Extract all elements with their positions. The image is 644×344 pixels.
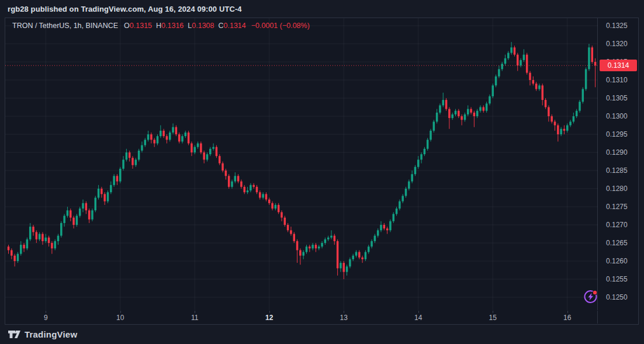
symbol-title[interactable]: TRON / TetherUS, 1h, BINANCE — [12, 22, 118, 30]
price-axis-label: 0.1295 — [606, 130, 628, 139]
time-axis-tick — [493, 311, 493, 313]
time-axis-tick — [195, 311, 195, 313]
time-axis-label: 16 — [563, 314, 571, 322]
price-axis-label: 0.1325 — [606, 21, 628, 30]
time-axis-label: 10 — [116, 314, 124, 322]
time-axis-label: 11 — [191, 314, 198, 322]
lightning-icon[interactable] — [583, 289, 599, 305]
time-axis-tick — [418, 311, 419, 313]
ohlc-item-l: L0.1308 — [188, 22, 214, 30]
price-axis-label: 0.1305 — [606, 93, 628, 103]
attribution-text: rgb28 published on TradingView.com, Aug … — [8, 5, 242, 13]
price-axis-label: 0.1310 — [606, 75, 628, 85]
ohlc-item-c: C0.1314 — [219, 22, 246, 30]
time-axis-tick — [46, 311, 46, 313]
price-axis-label: 0.1270 — [606, 220, 628, 230]
tradingview-published-chart: rgb28 published on TradingView.com, Aug … — [0, 0, 644, 344]
change-value: −0.0001 (−0.08%) — [251, 22, 310, 30]
time-axis-label: 9 — [44, 314, 48, 322]
time-axis-label: 15 — [489, 314, 497, 322]
ohlc-item-h: H0.1316 — [156, 22, 183, 30]
chart-plot-area[interactable]: TRON / TetherUS, 1h, BINANCE O0.1315H0.1… — [5, 18, 598, 310]
price-axis-label: 0.1250 — [606, 293, 628, 302]
time-axis-label: 13 — [340, 314, 348, 322]
chart-widget: TRON / TetherUS, 1h, BINANCE O0.1315H0.1… — [5, 18, 639, 325]
tradingview-logo-text: TradingView — [25, 329, 77, 339]
time-axis-tick — [344, 311, 344, 313]
price-axis-label: 0.1275 — [606, 202, 628, 211]
axis-corner — [598, 311, 638, 324]
ohlc-values: O0.1315H0.1316L0.1308C0.1314 — [124, 22, 250, 30]
time-axis-label: 12 — [265, 314, 273, 322]
price-axis-label: 0.1300 — [606, 112, 628, 121]
price-axis-label: 0.1255 — [606, 274, 628, 284]
price-axis-label: 0.1260 — [606, 256, 628, 266]
price-axis-label: 0.1280 — [606, 184, 628, 193]
time-axis-tick — [120, 311, 121, 313]
ohlc-item-o: O0.1315 — [124, 22, 152, 30]
price-axis[interactable]: 0.1314 0.13250.13200.13150.13100.13050.1… — [598, 18, 638, 310]
lightning-bolt-glyph — [588, 293, 593, 300]
time-axis[interactable]: 910111213141516 — [5, 311, 598, 324]
footer-bar: TradingView — [0, 325, 644, 344]
tradingview-mark-icon — [8, 330, 20, 339]
price-axis-label: 0.1290 — [606, 148, 628, 157]
price-axis-label: 0.1320 — [606, 39, 628, 48]
price-axis-label: 0.1265 — [606, 238, 628, 248]
time-axis-tick — [567, 311, 568, 313]
tradingview-logo-link[interactable]: TradingView — [8, 329, 77, 339]
attribution-bar: rgb28 published on TradingView.com, Aug … — [0, 0, 644, 18]
current-price-badge: 0.1314 — [600, 60, 637, 71]
time-axis-label: 14 — [414, 314, 422, 322]
notification-dot — [593, 291, 597, 294]
time-axis-tick — [269, 311, 270, 313]
chart-legend: TRON / TetherUS, 1h, BINANCE O0.1315H0.1… — [12, 22, 310, 30]
price-axis-label: 0.1285 — [606, 166, 628, 175]
candlestick-chart[interactable] — [5, 18, 598, 310]
